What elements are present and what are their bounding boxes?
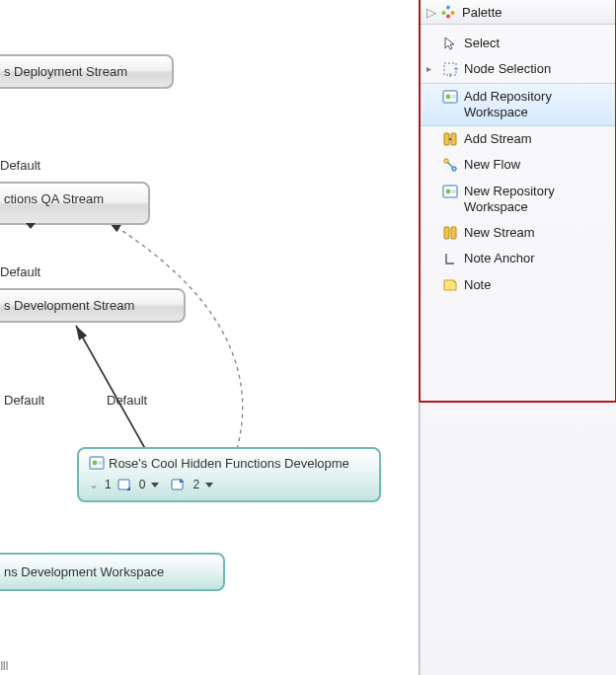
palette-item-note[interactable]: Note <box>421 272 616 298</box>
outgoing-changes-icon[interactable] <box>171 477 187 492</box>
incoming-changes-icon[interactable] <box>117 477 133 492</box>
svg-point-6 <box>446 6 450 10</box>
palette-item-label: Node Selection <box>464 61 610 77</box>
svg-line-0 <box>76 326 148 454</box>
palette-item-new-repository-workspace[interactable]: New Repository Workspace <box>421 179 616 221</box>
new-stream-icon <box>442 225 458 241</box>
edge-label-default: Default <box>4 393 44 408</box>
palette-item-new-flow[interactable]: New Flow <box>421 152 616 178</box>
svg-point-14 <box>446 94 451 99</box>
palette-item-add-repository-workspace[interactable]: Add Repository Workspace <box>421 83 616 127</box>
node-rose-workspace[interactable]: Rose's Cool Hidden Functions Developme ⌄… <box>77 447 381 502</box>
palette-panel: ▷ Palette Select ▸ Node Selection <box>420 0 616 675</box>
palette-item-new-stream[interactable]: New Stream <box>421 220 616 246</box>
palette-body: Select ▸ Node Selection Add Repository W… <box>421 25 616 304</box>
workspace-icon <box>89 455 105 471</box>
flow-icon <box>442 157 458 173</box>
chevron-down-icon[interactable] <box>205 483 213 488</box>
node-deployment-stream[interactable]: s Deployment Stream <box>0 54 174 89</box>
svg-rect-15 <box>451 95 456 99</box>
svg-point-2 <box>93 461 98 466</box>
chevron-down-icon[interactable] <box>26 223 36 229</box>
edge-label-default: Default <box>0 158 40 173</box>
collapse-handle-icon[interactable]: ▷ <box>426 5 434 20</box>
chevron-down-icon[interactable] <box>151 483 159 488</box>
edge-label-default: Default <box>107 393 147 408</box>
workspace-icon <box>442 184 458 199</box>
palette-title: Palette <box>462 5 501 20</box>
svg-rect-25 <box>451 227 456 239</box>
diagram-canvas[interactable]: s Deployment Stream Default ctions QA St… <box>0 0 420 675</box>
node-qa-stream[interactable]: ctions QA Stream <box>0 182 150 225</box>
palette-header[interactable]: ▷ Palette <box>421 0 616 25</box>
note-icon <box>442 277 458 293</box>
svg-rect-17 <box>451 133 456 145</box>
palette-item-note-anchor[interactable]: Note Anchor <box>421 246 616 271</box>
svg-point-7 <box>442 11 446 15</box>
palette-item-label: Note <box>464 277 610 293</box>
count-incoming: 0 <box>139 478 146 491</box>
count-outgoing: 2 <box>192 478 199 491</box>
palette-item-label: Note Anchor <box>464 251 610 266</box>
palette-item-node-selection[interactable]: ▸ Node Selection <box>421 56 616 82</box>
palette-item-label: New Flow <box>464 157 610 173</box>
svg-point-22 <box>446 188 451 193</box>
node-label: ctions QA Stream <box>4 191 104 206</box>
edge-label-default: Default <box>0 264 40 279</box>
node-ns-dev-workspace[interactable]: ns Development Workspace <box>0 553 225 591</box>
palette-item-label: New Repository Workspace <box>464 184 610 216</box>
horizontal-scroll-hint: III <box>0 658 8 673</box>
palette-icon <box>440 4 456 20</box>
svg-rect-4 <box>118 480 129 489</box>
node-development-stream[interactable]: s Development Stream <box>0 288 186 323</box>
svg-rect-3 <box>98 461 103 465</box>
node-selection-icon <box>442 61 458 77</box>
expand-arrow-icon[interactable]: ▸ <box>426 61 436 74</box>
workspace-icon <box>442 89 458 105</box>
add-stream-icon <box>442 131 458 147</box>
svg-rect-24 <box>444 227 449 239</box>
node-label: s Deployment Stream <box>4 64 127 79</box>
svg-point-9 <box>446 15 450 19</box>
palette-item-label: Add Stream <box>464 131 610 147</box>
svg-point-8 <box>451 11 455 15</box>
cursor-icon <box>442 36 458 51</box>
svg-rect-16 <box>444 133 449 145</box>
node-label: s Development Stream <box>4 298 134 313</box>
expand-chevron-icon[interactable]: ⌄ <box>89 478 99 491</box>
count-expand: 1 <box>105 478 112 491</box>
palette-item-select[interactable]: Select <box>421 31 616 56</box>
node-label: Rose's Cool Hidden Functions Developme <box>109 456 349 471</box>
palette-item-label: Select <box>464 36 610 51</box>
palette-item-label: New Stream <box>464 225 610 241</box>
node-label: ns Development Workspace <box>4 564 164 579</box>
note-anchor-icon <box>442 251 458 266</box>
palette-item-add-stream[interactable]: Add Stream <box>421 126 616 152</box>
palette-item-label: Add Repository Workspace <box>464 89 610 121</box>
svg-rect-23 <box>451 189 456 193</box>
